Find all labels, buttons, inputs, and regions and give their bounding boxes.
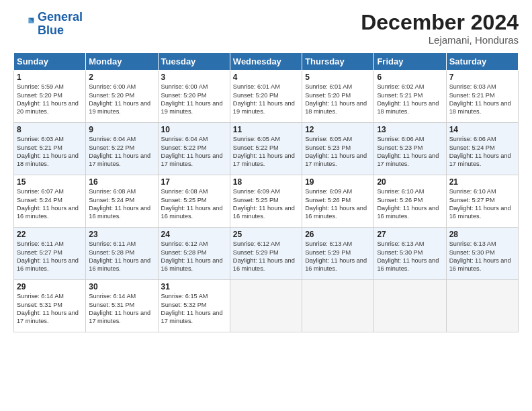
- calendar-day-cell: 25Sunrise: 6:12 AM Sunset: 5:29 PM Dayli…: [230, 228, 302, 280]
- day-info: Sunrise: 6:12 AM Sunset: 5:29 PM Dayligh…: [233, 240, 299, 273]
- day-info: Sunrise: 6:01 AM Sunset: 5:20 PM Dayligh…: [233, 83, 299, 116]
- day-number: 3: [161, 73, 227, 82]
- day-info: Sunrise: 6:08 AM Sunset: 5:25 PM Dayligh…: [161, 187, 227, 221]
- day-number: 15: [17, 177, 83, 187]
- logo-line2: Blue: [38, 24, 83, 38]
- day-info: Sunrise: 6:05 AM Sunset: 5:22 PM Dayligh…: [233, 135, 299, 169]
- day-info: Sunrise: 6:06 AM Sunset: 5:24 PM Dayligh…: [449, 135, 515, 169]
- day-info: Sunrise: 6:06 AM Sunset: 5:23 PM Dayligh…: [377, 135, 443, 169]
- calendar-week-row: 15Sunrise: 6:07 AM Sunset: 5:24 PM Dayli…: [14, 175, 519, 228]
- calendar-day-cell: [302, 280, 374, 332]
- calendar-day-cell: 17Sunrise: 6:08 AM Sunset: 5:25 PM Dayli…: [158, 175, 230, 228]
- calendar-day-cell: 5Sunrise: 6:01 AM Sunset: 5:20 PM Daylig…: [302, 71, 374, 123]
- day-number: 13: [377, 125, 443, 134]
- calendar-day-cell: 13Sunrise: 6:06 AM Sunset: 5:23 PM Dayli…: [374, 123, 446, 175]
- calendar-day-cell: 23Sunrise: 6:11 AM Sunset: 5:28 PM Dayli…: [86, 228, 158, 280]
- day-number: 22: [17, 230, 83, 239]
- weekday-header: Saturday: [446, 53, 518, 71]
- calendar-day-cell: 11Sunrise: 6:05 AM Sunset: 5:22 PM Dayli…: [230, 123, 302, 175]
- day-number: 19: [305, 177, 371, 187]
- day-info: Sunrise: 6:03 AM Sunset: 5:21 PM Dayligh…: [449, 83, 515, 116]
- page: General Blue December 2024 Lejamani, Hon…: [0, 0, 532, 411]
- calendar-day-cell: 24Sunrise: 6:12 AM Sunset: 5:28 PM Dayli…: [158, 228, 230, 280]
- calendar-day-cell: 1Sunrise: 5:59 AM Sunset: 5:20 PM Daylig…: [14, 71, 86, 123]
- day-number: 1: [17, 73, 83, 82]
- day-info: Sunrise: 6:09 AM Sunset: 5:26 PM Dayligh…: [305, 187, 371, 221]
- day-info: Sunrise: 6:10 AM Sunset: 5:26 PM Dayligh…: [377, 187, 443, 221]
- day-number: 28: [449, 230, 515, 239]
- calendar-day-cell: 10Sunrise: 6:04 AM Sunset: 5:22 PM Dayli…: [158, 123, 230, 175]
- weekday-header: Thursday: [302, 53, 374, 71]
- day-info: Sunrise: 6:01 AM Sunset: 5:20 PM Dayligh…: [305, 83, 371, 116]
- day-number: 2: [89, 73, 154, 82]
- calendar-day-cell: 7Sunrise: 6:03 AM Sunset: 5:21 PM Daylig…: [446, 71, 518, 123]
- day-number: 18: [233, 177, 299, 187]
- day-info: Sunrise: 6:13 AM Sunset: 5:29 PM Dayligh…: [305, 240, 371, 273]
- day-info: Sunrise: 6:12 AM Sunset: 5:28 PM Dayligh…: [161, 240, 227, 273]
- day-number: 20: [377, 177, 443, 187]
- calendar-day-cell: 31Sunrise: 6:15 AM Sunset: 5:32 PM Dayli…: [158, 280, 230, 332]
- day-info: Sunrise: 6:07 AM Sunset: 5:24 PM Dayligh…: [17, 187, 83, 221]
- day-info: Sunrise: 6:14 AM Sunset: 5:31 PM Dayligh…: [17, 292, 83, 326]
- day-info: Sunrise: 6:00 AM Sunset: 5:20 PM Dayligh…: [161, 83, 227, 116]
- day-number: 29: [17, 282, 83, 291]
- day-info: Sunrise: 6:03 AM Sunset: 5:21 PM Dayligh…: [17, 135, 83, 169]
- day-number: 17: [161, 177, 227, 187]
- day-number: 4: [233, 73, 299, 82]
- day-number: 31: [161, 282, 227, 291]
- calendar-day-cell: 2Sunrise: 6:00 AM Sunset: 5:20 PM Daylig…: [86, 71, 158, 123]
- calendar-day-cell: 16Sunrise: 6:08 AM Sunset: 5:24 PM Dayli…: [86, 175, 158, 228]
- calendar-day-cell: 26Sunrise: 6:13 AM Sunset: 5:29 PM Dayli…: [302, 228, 374, 280]
- calendar-day-cell: 12Sunrise: 6:05 AM Sunset: 5:23 PM Dayli…: [302, 123, 374, 175]
- calendar-day-cell: [230, 280, 302, 332]
- day-number: 24: [161, 230, 227, 239]
- day-info: Sunrise: 6:08 AM Sunset: 5:24 PM Dayligh…: [89, 187, 154, 221]
- calendar-day-cell: 28Sunrise: 6:13 AM Sunset: 5:30 PM Dayli…: [446, 228, 518, 280]
- weekday-header: Friday: [374, 53, 446, 71]
- calendar-day-cell: 3Sunrise: 6:00 AM Sunset: 5:20 PM Daylig…: [158, 71, 230, 123]
- day-number: 6: [377, 73, 443, 82]
- day-number: 23: [89, 230, 154, 239]
- logo-icon: [13, 13, 35, 35]
- day-number: 26: [305, 230, 371, 239]
- day-number: 5: [305, 73, 371, 82]
- day-number: 30: [89, 282, 154, 291]
- location: Lejamani, Honduras: [361, 34, 519, 46]
- calendar-day-cell: 18Sunrise: 6:09 AM Sunset: 5:25 PM Dayli…: [230, 175, 302, 228]
- calendar-day-cell: 14Sunrise: 6:06 AM Sunset: 5:24 PM Dayli…: [446, 123, 518, 175]
- calendar-header-row: SundayMondayTuesdayWednesdayThursdayFrid…: [14, 53, 519, 71]
- calendar-day-cell: [446, 280, 518, 332]
- calendar-week-row: 1Sunrise: 5:59 AM Sunset: 5:20 PM Daylig…: [14, 71, 519, 123]
- logo-line1: General: [38, 11, 83, 24]
- day-number: 27: [377, 230, 443, 239]
- day-info: Sunrise: 6:14 AM Sunset: 5:31 PM Dayligh…: [89, 292, 154, 326]
- day-number: 21: [449, 177, 515, 187]
- day-number: 25: [233, 230, 299, 239]
- weekday-header: Sunday: [14, 53, 86, 71]
- day-number: 7: [449, 73, 515, 82]
- day-number: 16: [89, 177, 154, 187]
- calendar-week-row: 8Sunrise: 6:03 AM Sunset: 5:21 PM Daylig…: [14, 123, 519, 175]
- day-info: Sunrise: 6:11 AM Sunset: 5:28 PM Dayligh…: [89, 240, 154, 273]
- day-info: Sunrise: 6:04 AM Sunset: 5:22 PM Dayligh…: [89, 135, 154, 169]
- calendar-day-cell: 21Sunrise: 6:10 AM Sunset: 5:27 PM Dayli…: [446, 175, 518, 228]
- calendar-week-row: 29Sunrise: 6:14 AM Sunset: 5:31 PM Dayli…: [14, 280, 519, 332]
- day-info: Sunrise: 6:04 AM Sunset: 5:22 PM Dayligh…: [161, 135, 227, 169]
- calendar-day-cell: 4Sunrise: 6:01 AM Sunset: 5:20 PM Daylig…: [230, 71, 302, 123]
- day-info: Sunrise: 6:09 AM Sunset: 5:25 PM Dayligh…: [233, 187, 299, 221]
- weekday-header: Monday: [86, 53, 158, 71]
- day-number: 10: [161, 125, 227, 134]
- calendar-day-cell: 22Sunrise: 6:11 AM Sunset: 5:27 PM Dayli…: [14, 228, 86, 280]
- day-info: Sunrise: 6:10 AM Sunset: 5:27 PM Dayligh…: [449, 187, 515, 221]
- day-info: Sunrise: 6:00 AM Sunset: 5:20 PM Dayligh…: [89, 83, 154, 116]
- day-number: 8: [17, 125, 83, 134]
- calendar-day-cell: 15Sunrise: 6:07 AM Sunset: 5:24 PM Dayli…: [14, 175, 86, 228]
- day-number: 12: [305, 125, 371, 134]
- day-info: Sunrise: 6:02 AM Sunset: 5:21 PM Dayligh…: [377, 83, 443, 116]
- calendar-day-cell: [374, 280, 446, 332]
- calendar-table: SundayMondayTuesdayWednesdayThursdayFrid…: [13, 52, 519, 332]
- day-info: Sunrise: 6:11 AM Sunset: 5:27 PM Dayligh…: [17, 240, 83, 273]
- day-info: Sunrise: 6:13 AM Sunset: 5:30 PM Dayligh…: [377, 240, 443, 273]
- day-info: Sunrise: 6:15 AM Sunset: 5:32 PM Dayligh…: [161, 292, 227, 326]
- weekday-header: Wednesday: [230, 53, 302, 71]
